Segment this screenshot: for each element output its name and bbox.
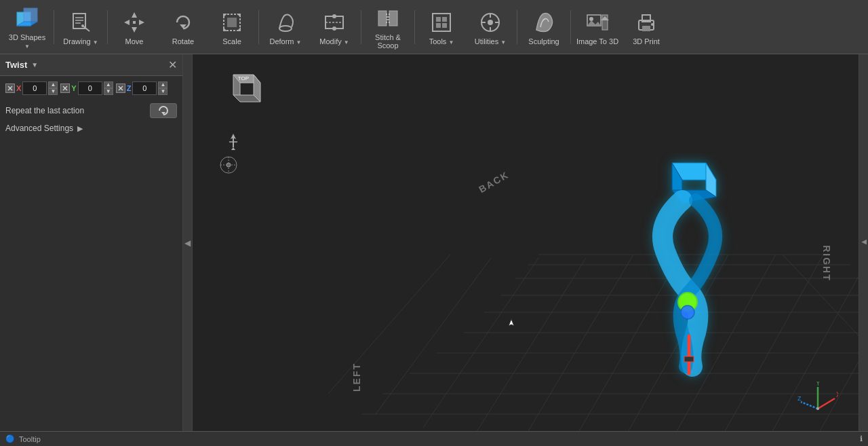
right-label: RIGHT — [821, 245, 832, 282]
image-to-3d-icon — [584, 9, 611, 36]
tooltip-label: Tooltip — [19, 435, 41, 443]
z-label: Z — [127, 84, 132, 92]
tool-sculpting[interactable]: Sculpting — [519, 1, 568, 53]
x-spinners: ▲ ▼ — [48, 81, 58, 95]
z-spinners: ▲ ▼ — [158, 81, 167, 95]
main-layout: Twist ▼ ✕ X ▲ ▼ — [0, 54, 868, 431]
z-checkbox[interactable] — [116, 83, 125, 93]
divider-1 — [54, 10, 54, 44]
panel-collapse-button[interactable]: ◀ — [183, 54, 193, 431]
tool-modify[interactable]: Modify ▼ — [310, 1, 359, 53]
sculpting-icon — [530, 9, 557, 36]
svg-rect-27 — [389, 11, 397, 26]
y-spinners: ▲ ▼ — [104, 81, 113, 95]
svg-point-25 — [332, 26, 336, 31]
utilities-icon — [477, 9, 504, 36]
z-input[interactable] — [132, 81, 157, 95]
y-input[interactable] — [78, 81, 102, 95]
divider-2 — [107, 10, 108, 44]
y-axis-group: Y ▲ ▼ — [60, 81, 113, 95]
3d-shapes-icon — [14, 5, 41, 32]
svg-point-24 — [332, 14, 336, 18]
move-icon — [121, 9, 148, 36]
y-up-spinner[interactable]: ▲ — [104, 81, 113, 88]
tooltip-icon: 🔵 — [5, 434, 15, 443]
tool-drawing[interactable]: Drawing ▼ — [56, 1, 105, 53]
status-info[interactable]: ℹ — [860, 434, 863, 443]
tool-3d-shapes[interactable]: 3D Shapes ▼ — [3, 1, 52, 53]
compass-icon[interactable] — [225, 132, 241, 155]
svg-text:Y: Y — [816, 382, 821, 387]
svg-point-92 — [226, 163, 231, 167]
divider-7 — [570, 10, 571, 44]
x-label: X — [16, 84, 21, 92]
svg-rect-26 — [378, 11, 387, 26]
x-up-spinner[interactable]: ▲ — [48, 81, 58, 88]
y-checkbox[interactable] — [60, 83, 70, 93]
tool-3d-print[interactable]: 3D Print — [622, 1, 671, 53]
nav-cube[interactable]: TOP — [220, 68, 267, 115]
svg-rect-13 — [133, 21, 136, 24]
tool-utilities[interactable]: Utilities ▼ — [466, 1, 515, 53]
svg-point-8 — [81, 24, 84, 27]
svg-rect-30 — [442, 17, 447, 22]
tool-deform[interactable]: Deform ▼ — [261, 1, 310, 53]
svg-rect-1 — [24, 8, 37, 22]
tool-image-to-3d[interactable]: Image To 3D — [573, 1, 622, 53]
svg-rect-100 — [684, 356, 694, 362]
svg-text:TOP: TOP — [238, 75, 249, 81]
tool-scale[interactable]: Scale — [208, 1, 256, 53]
repeat-last-action-button[interactable] — [150, 103, 177, 118]
z-down-spinner[interactable]: ▼ — [158, 88, 167, 95]
axis-indicator: X Y Z — [797, 382, 838, 421]
svg-point-47 — [651, 23, 654, 26]
panel-dropdown-icon[interactable]: ▼ — [31, 61, 38, 69]
tool-stitch-scoop[interactable]: Stitch & Scoop — [363, 1, 412, 53]
status-left: 🔵 Tooltip — [5, 434, 41, 443]
svg-marker-10 — [132, 27, 137, 33]
panel-header: Twist ▼ ✕ — [0, 54, 182, 76]
x-down-spinner[interactable]: ▼ — [48, 88, 58, 95]
3d-print-icon — [633, 9, 660, 36]
left-panel: Twist ▼ ✕ X ▲ ▼ — [0, 54, 183, 431]
z-up-spinner[interactable]: ▲ — [158, 81, 167, 88]
advanced-settings-row[interactable]: Advanced Settings ▶ — [0, 119, 182, 137]
divider-4 — [361, 10, 361, 44]
viewport-grid — [193, 54, 859, 431]
right-panel-collapse-button[interactable]: ▶ — [859, 54, 868, 431]
svg-point-98 — [681, 305, 694, 319]
svg-marker-12 — [139, 20, 144, 25]
x-checkbox[interactable] — [5, 83, 15, 93]
panel-close-button[interactable]: ✕ — [168, 58, 177, 71]
svg-text:X: X — [836, 391, 838, 398]
tool-move[interactable]: Move — [110, 1, 159, 53]
tool-rotate[interactable]: Rotate — [159, 1, 208, 53]
svg-marker-17 — [223, 14, 227, 18]
panel-title: Twist — [5, 60, 27, 70]
svg-marker-18 — [237, 14, 241, 18]
repeat-row: Repeat the last action — [0, 100, 182, 119]
divider-3 — [258, 10, 259, 44]
tool-tools[interactable]: Tools ▼ — [417, 1, 466, 53]
svg-rect-28 — [433, 14, 450, 31]
svg-point-21 — [279, 26, 292, 31]
view-orientation-gizmo[interactable] — [218, 155, 239, 177]
svg-line-101 — [818, 398, 835, 409]
toolbar: 3D Shapes ▼ Drawing ▼ — [0, 0, 868, 54]
x-input[interactable] — [22, 81, 47, 95]
y-down-spinner[interactable]: ▼ — [104, 88, 113, 95]
svg-rect-16 — [227, 18, 237, 27]
modify-icon — [321, 9, 348, 36]
advanced-settings-label: Advanced Settings — [5, 124, 73, 133]
svg-marker-9 — [132, 12, 137, 18]
cursor — [505, 318, 510, 323]
viewport[interactable]: BACK LEFT RIGHT TOP — [193, 54, 859, 431]
repeat-label: Repeat the last action — [5, 106, 84, 115]
left-label: LEFT — [351, 363, 362, 392]
rotate-icon — [170, 9, 197, 36]
svg-marker-11 — [124, 20, 130, 25]
divider-6 — [517, 10, 517, 44]
y-label: Y — [71, 84, 76, 92]
twisted-object — [635, 156, 743, 396]
svg-rect-31 — [436, 23, 441, 28]
